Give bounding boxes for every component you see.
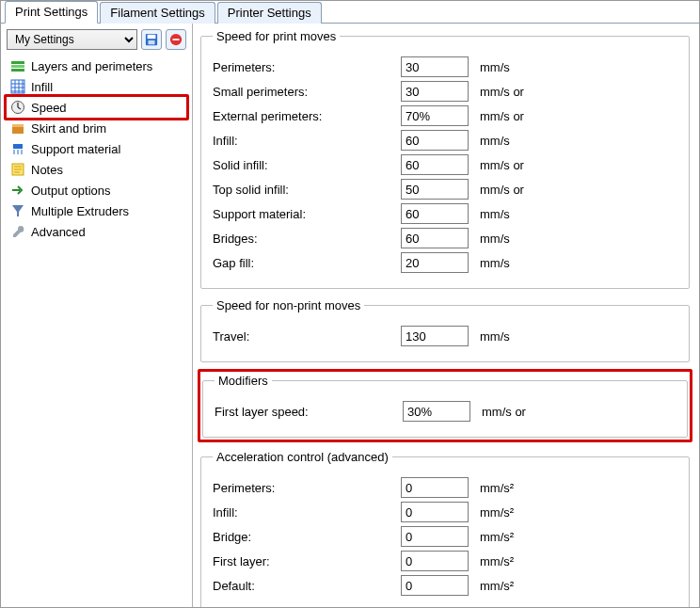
tab-printer-settings[interactable]: Printer Settings (217, 2, 322, 24)
external-perimeters-input[interactable] (401, 105, 469, 126)
infill-input[interactable] (401, 130, 469, 151)
nav-advanced[interactable]: Advanced (7, 221, 186, 242)
accel-default-input[interactable] (401, 575, 469, 596)
group-acceleration-control: Acceleration control (advanced) Perimete… (200, 450, 690, 607)
main-panel: Speed for print moves Perimeters: mm/s S… (193, 24, 699, 607)
nav-support-material[interactable]: Support material (7, 138, 186, 159)
row-gap-fill: Gap fill: mm/s (213, 252, 677, 273)
group-legend: Speed for non-print moves (213, 298, 364, 312)
field-unit: mm/s or (480, 85, 524, 99)
row-external-perimeters: External perimeters: mm/s or (213, 105, 677, 126)
svg-rect-11 (12, 124, 24, 127)
row-small-perimeters: Small perimeters: mm/s or (213, 81, 677, 102)
row-accel-perimeters: Perimeters: mm/s² (213, 477, 677, 498)
field-label: Bridges: (213, 232, 401, 246)
accel-perimeters-input[interactable] (401, 477, 469, 498)
row-travel: Travel: mm/s (213, 326, 677, 346)
field-label: Perimeters: (213, 481, 401, 495)
field-label: Default: (213, 579, 401, 593)
tab-label: Filament Settings (110, 6, 204, 20)
field-label: Gap fill: (213, 256, 401, 270)
field-unit: mm/s (480, 134, 510, 148)
group-legend: Modifiers (215, 374, 272, 388)
nav-label: Skirt and brim (31, 121, 106, 136)
perimeters-input[interactable] (401, 56, 469, 77)
field-unit: mm/s (480, 329, 510, 344)
solid-infill-input[interactable] (401, 154, 469, 175)
field-label: Infill: (213, 505, 401, 520)
group-modifiers: Modifiers First layer speed: mm/s or (202, 374, 688, 438)
group-legend: Acceleration control (advanced) (213, 450, 392, 464)
field-unit: mm/s² (480, 579, 514, 593)
svg-rect-7 (11, 69, 24, 72)
field-label: First layer speed: (215, 405, 403, 419)
hatch-icon (10, 79, 25, 94)
row-top-solid-infill: Top solid infill: mm/s or (213, 179, 677, 200)
svg-rect-1 (148, 35, 156, 39)
nav-skirt-brim[interactable]: Skirt and brim (7, 118, 186, 138)
first-layer-speed-input[interactable] (403, 401, 470, 422)
delete-profile-button[interactable] (166, 29, 186, 50)
field-unit: mm/s or (480, 158, 524, 172)
minus-circle-icon (169, 33, 183, 46)
travel-input[interactable] (401, 326, 469, 346)
support-material-input[interactable] (401, 203, 469, 224)
field-unit: mm/s² (480, 554, 514, 568)
svg-rect-2 (149, 40, 155, 44)
row-solid-infill: Solid infill: mm/s or (213, 154, 677, 175)
nav-label: Support material (31, 142, 120, 156)
setting-nav: Layers and perimeters Infill Speed (7, 56, 186, 242)
highlight-modifiers: Modifiers First layer speed: mm/s or (198, 369, 692, 442)
field-label: Support material: (213, 207, 401, 221)
group-speed-print-moves: Speed for print moves Perimeters: mm/s S… (200, 29, 690, 289)
nav-output-options[interactable]: Output options (7, 180, 186, 200)
tab-filament-settings[interactable]: Filament Settings (100, 2, 215, 24)
field-unit: mm/s² (480, 481, 514, 495)
row-accel-bridge: Bridge: mm/s² (213, 526, 677, 547)
nav-layers-perimeters[interactable]: Layers and perimeters (7, 56, 186, 76)
field-label: Small perimeters: (213, 85, 401, 99)
row-support-material: Support material: mm/s (213, 203, 677, 224)
field-label: First layer: (213, 554, 401, 568)
field-label: Perimeters: (213, 60, 401, 74)
gap-fill-input[interactable] (401, 252, 469, 273)
profile-select[interactable]: My Settings (7, 29, 137, 50)
small-perimeters-input[interactable] (401, 81, 469, 102)
nav-label: Advanced (31, 225, 86, 239)
nav-label: Multiple Extruders (31, 204, 129, 218)
nav-label: Notes (31, 163, 63, 177)
row-bridges: Bridges: mm/s (213, 228, 677, 248)
field-unit: mm/s (480, 207, 510, 221)
nav-speed[interactable]: Speed (7, 97, 186, 118)
nav-label: Layers and perimeters (31, 59, 152, 73)
nav-multiple-extruders[interactable]: Multiple Extruders (7, 200, 186, 221)
svg-rect-5 (11, 61, 24, 64)
layers-icon (10, 58, 25, 73)
floppy-icon (145, 33, 158, 46)
tab-print-settings[interactable]: Print Settings (5, 1, 98, 24)
svg-rect-14 (17, 150, 19, 154)
top-solid-infill-input[interactable] (401, 179, 469, 200)
save-profile-button[interactable] (141, 29, 162, 50)
svg-rect-13 (13, 150, 15, 154)
nav-notes[interactable]: Notes (7, 159, 186, 180)
accel-infill-input[interactable] (401, 502, 469, 522)
field-label: Bridge: (213, 530, 401, 544)
sidebar: My Settings Laye (1, 24, 193, 607)
bridges-input[interactable] (401, 228, 469, 248)
note-icon (10, 162, 25, 177)
accel-first-layer-input[interactable] (401, 551, 469, 571)
field-unit: mm/s or (482, 405, 526, 419)
field-unit: mm/s (480, 256, 510, 270)
field-label: External perimeters: (213, 109, 401, 123)
svg-rect-4 (173, 39, 180, 40)
row-accel-default: Default: mm/s² (213, 575, 677, 596)
row-infill: Infill: mm/s (213, 130, 677, 151)
field-unit: mm/s² (480, 530, 514, 544)
funnel-icon (10, 203, 25, 218)
tab-label: Printer Settings (228, 6, 311, 20)
field-unit: mm/s or (480, 109, 524, 123)
box-icon (10, 120, 25, 136)
accel-bridge-input[interactable] (401, 526, 469, 547)
group-speed-non-print-moves: Speed for non-print moves Travel: mm/s (200, 298, 690, 362)
